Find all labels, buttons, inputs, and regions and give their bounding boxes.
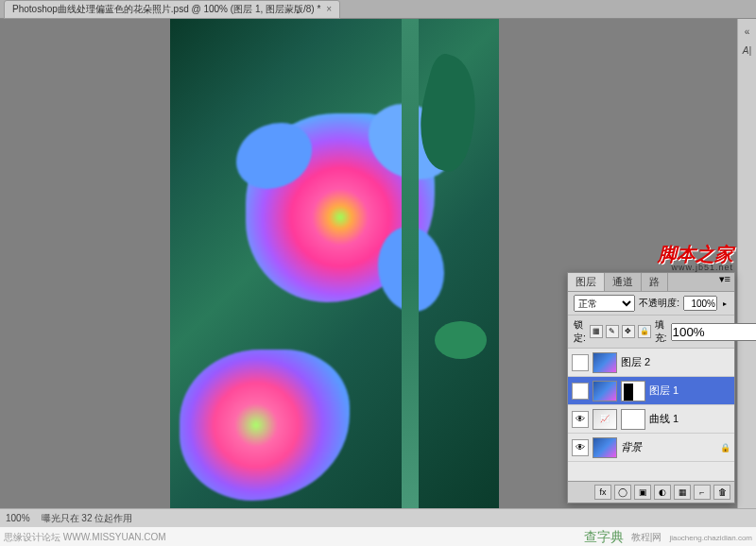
document-tab[interactable]: Photoshop曲线处理偏蓝色的花朵照片.psd @ 100% (图层 1, …: [4, 0, 340, 19]
lock-icon: 🔒: [720, 443, 730, 452]
flower-secondary: [170, 340, 359, 510]
blend-mode-select[interactable]: 正常: [574, 295, 635, 312]
watermark-forum: 思缘设计论坛 WWW.MISSYUAN.COM: [4, 531, 166, 544]
layer-list: 图层 2 👁 图层 1 👁 📈 曲线 1 👁 背景 🔒: [568, 349, 734, 481]
layer-mask-thumbnail[interactable]: [621, 381, 645, 401]
lock-fill-row: 锁定: ▦ ✎ ✥ 🔒 填充: ▸: [568, 316, 734, 349]
text-tool-icon[interactable]: A|: [740, 43, 755, 59]
document-tab-bar: Photoshop曲线处理偏蓝色的花朵照片.psd @ 100% (图层 1, …: [0, 0, 756, 19]
visibility-toggle[interactable]: 👁: [572, 383, 589, 400]
layer-thumbnail[interactable]: [593, 381, 617, 401]
adjustment-thumbnail[interactable]: 📈: [593, 409, 617, 430]
visibility-toggle[interactable]: [572, 354, 589, 371]
new-layer-button[interactable]: ⌐: [694, 485, 711, 500]
layer-thumbnail[interactable]: [593, 352, 617, 373]
layer-mask-thumbnail[interactable]: [621, 409, 645, 430]
tab-title: Photoshop曲线处理偏蓝色的花朵照片.psd @ 100% (图层 1, …: [12, 3, 320, 16]
lock-transparent-icon[interactable]: ▦: [590, 325, 603, 338]
layer-name[interactable]: 背景: [621, 440, 642, 454]
layer-style-button[interactable]: ◯: [614, 485, 631, 500]
layer-name[interactable]: 图层 2: [621, 355, 650, 369]
opacity-dropdown-icon[interactable]: ▸: [721, 299, 729, 308]
panel-tabs: 图层 通道 路 ▾≡: [568, 273, 734, 292]
watermark-footer: 查字典 教程|网 jiaocheng.chazidian.com: [584, 529, 752, 546]
layer-thumbnail[interactable]: [593, 437, 617, 458]
visibility-toggle[interactable]: 👁: [572, 439, 589, 456]
layers-panel: 图层 通道 路 ▾≡ 正常 不透明度: ▸ 锁定: ▦ ✎ ✥ 🔒 填充: ▸ …: [567, 272, 735, 503]
bud: [435, 321, 487, 359]
watermark-brand2-url: jiaocheng.chazidian.com: [669, 534, 752, 542]
watermark-brand2-sub: 教程|网: [631, 531, 662, 544]
panel-menu-icon[interactable]: ▾≡: [715, 273, 734, 291]
lock-label: 锁定:: [574, 318, 586, 345]
layer-row[interactable]: 👁 📈 曲线 1: [568, 405, 734, 434]
document-image[interactable]: [170, 19, 499, 523]
blend-opacity-row: 正常 不透明度: ▸: [568, 292, 734, 316]
layer-row[interactable]: 👁 背景 🔒: [568, 434, 734, 462]
collapse-icon[interactable]: «: [740, 25, 755, 40]
opacity-label: 不透明度:: [639, 297, 679, 310]
right-dock: « A|: [737, 19, 756, 527]
lock-all-icon[interactable]: 🔒: [638, 325, 651, 338]
status-bar: 100% 曝光只在 32 位起作用: [0, 508, 756, 527]
status-info: 曝光只在 32 位起作用: [42, 512, 133, 525]
layer-row[interactable]: 👁 图层 1: [568, 377, 734, 405]
adjustment-layer-button[interactable]: ◐: [654, 485, 671, 500]
layer-name[interactable]: 曲线 1: [649, 412, 679, 426]
fill-input[interactable]: [671, 323, 756, 341]
layers-footer: fx ◯ ▣ ◐ ▦ ⌐ 🗑: [568, 481, 734, 503]
layer-name[interactable]: 图层 1: [649, 384, 679, 398]
lock-buttons: ▦ ✎ ✥ 🔒: [590, 325, 651, 338]
layer-row[interactable]: 图层 2: [568, 349, 734, 377]
delete-layer-button[interactable]: 🗑: [713, 485, 730, 500]
tab-paths[interactable]: 路: [642, 273, 668, 291]
watermark-brand-url: www.jb51.net: [671, 263, 733, 272]
close-icon[interactable]: ×: [326, 4, 332, 14]
stem: [402, 19, 419, 523]
flower-main: [227, 94, 454, 321]
lock-position-icon[interactable]: ✥: [622, 325, 635, 338]
zoom-level[interactable]: 100%: [6, 513, 30, 523]
watermark-brand2: 查字典: [584, 529, 624, 546]
lock-pixels-icon[interactable]: ✎: [606, 325, 619, 338]
opacity-input[interactable]: [683, 296, 717, 311]
layer-mask-button[interactable]: ▣: [634, 485, 651, 500]
group-button[interactable]: ▦: [674, 485, 691, 500]
link-layers-button[interactable]: fx: [594, 485, 611, 500]
tab-channels[interactable]: 通道: [605, 273, 642, 291]
fill-label: 填充:: [655, 318, 667, 345]
visibility-toggle[interactable]: 👁: [572, 411, 589, 428]
tab-layers[interactable]: 图层: [568, 273, 605, 291]
